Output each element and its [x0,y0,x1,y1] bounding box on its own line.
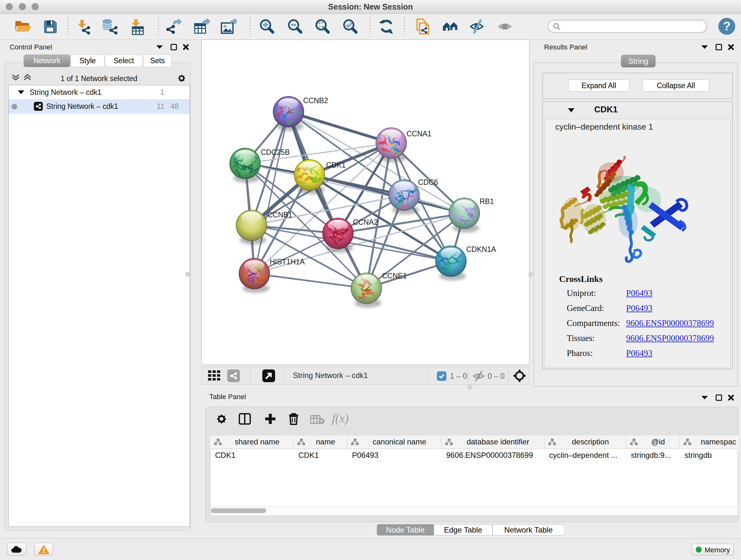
svg-text:CDC6: CDC6 [418,178,438,186]
svg-text:CDKN1A: CDKN1A [466,245,496,253]
svg-text:CCNE1: CCNE1 [382,272,407,280]
svg-text:CCNB2: CCNB2 [303,97,328,105]
svg-text:HIST1H1A: HIST1H1A [270,258,305,266]
svg-text:RB1: RB1 [480,197,494,206]
svg-text:CCNA2: CCNA2 [353,218,378,226]
svg-text:CCNB1: CCNB1 [267,211,292,219]
svg-text:CDK1: CDK1 [326,161,346,169]
svg-text:CDC25B: CDC25B [261,148,290,157]
svg-text:CCNA1: CCNA1 [407,130,431,138]
